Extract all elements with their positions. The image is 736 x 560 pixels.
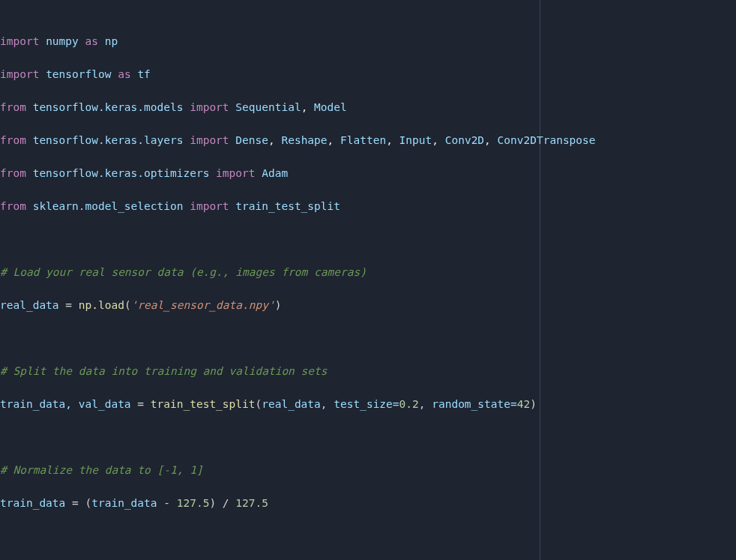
code-line[interactable]	[0, 429, 736, 445]
code-line[interactable]: # Split the data into training and valid…	[0, 363, 736, 379]
code-editor[interactable]: import numpy as np import tensorflow as …	[0, 0, 736, 560]
code-line[interactable]: from sklearn.model_selection import trai…	[0, 198, 736, 214]
code-line[interactable]: from tensorflow.keras.optimizers import …	[0, 165, 736, 181]
code-line[interactable]: train_data, val_data = train_test_split(…	[0, 396, 736, 412]
code-line[interactable]	[0, 330, 736, 346]
code-line[interactable]: import numpy as np	[0, 33, 736, 49]
code-line[interactable]	[0, 231, 736, 247]
code-line[interactable]: from tensorflow.keras.models import Sequ…	[0, 99, 736, 115]
code-line[interactable]: # Normalize the data to [-1, 1]	[0, 462, 736, 478]
code-line[interactable]: import tensorflow as tf	[0, 66, 736, 82]
code-line[interactable]: from tensorflow.keras.layers import Dens…	[0, 132, 736, 148]
code-line[interactable]: train_data = (train_data - 127.5) / 127.…	[0, 495, 736, 511]
code-line[interactable]: real_data = np.load('real_sensor_data.np…	[0, 297, 736, 313]
code-line[interactable]: # Load your real sensor data (e.g., imag…	[0, 264, 736, 280]
code-line[interactable]	[0, 528, 736, 544]
